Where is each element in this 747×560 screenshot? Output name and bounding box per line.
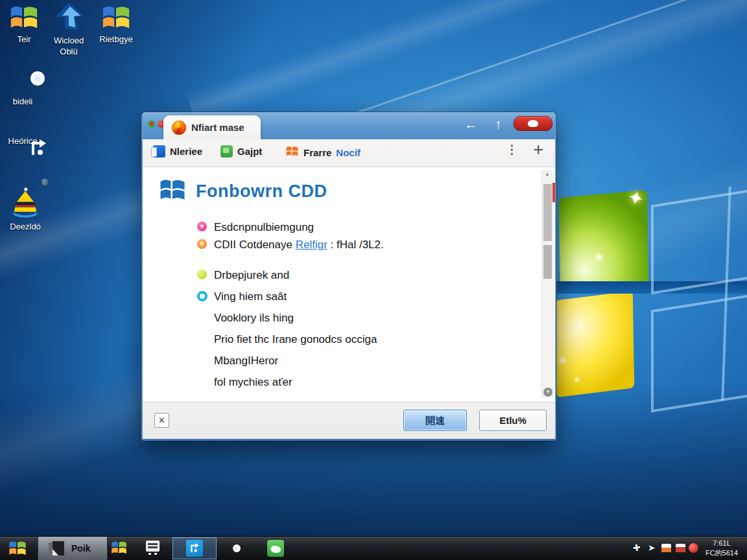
desktop-icon-heorice[interactable]: Heórice bbox=[0, 125, 51, 146]
blue-files-icon bbox=[153, 145, 165, 158]
taskbar-app-poik[interactable]: Poik bbox=[38, 537, 108, 560]
sparkle-icon: ✻ bbox=[595, 251, 603, 264]
desktop-icon-label: Deezldó bbox=[0, 222, 53, 231]
desktop-icon-deezldo[interactable]: ® Deezldó bbox=[0, 186, 53, 231]
cyan-ring-icon bbox=[197, 291, 208, 301]
scroll-down-icon[interactable]: ▼ bbox=[543, 388, 552, 397]
windows-flag-icon bbox=[8, 4, 40, 31]
back-arrow-icon[interactable]: ← bbox=[464, 117, 478, 132]
windows-flag-blue-icon bbox=[158, 178, 187, 205]
browser-logo-icon bbox=[172, 121, 186, 135]
green-app-icon bbox=[220, 145, 233, 158]
desktop-icon-label: bideli bbox=[0, 97, 51, 106]
bookmark-item-gajpt[interactable]: Gajpt bbox=[220, 145, 262, 158]
pink-dot-icon: ♥ bbox=[197, 222, 207, 231]
window-titlebar[interactable]: Nfiart mase ← ↑ bbox=[143, 112, 555, 139]
taskbar-green-app-icon[interactable] bbox=[267, 540, 284, 557]
sparkle-icon: ✻ bbox=[575, 376, 580, 383]
app-window: Nfiart mase ← ↑ Nleriee Gajpt bbox=[141, 112, 556, 441]
overflow-menu-icon[interactable]: ⋮ bbox=[506, 142, 518, 157]
list-item-text: CDII Cotdenaye bbox=[214, 239, 296, 251]
list-item: Ving hiem saât bbox=[214, 289, 287, 305]
blue-square-arrow-icon bbox=[186, 540, 203, 557]
desktop-icon-label2: Oblü bbox=[41, 47, 97, 56]
clock-time: 7:61L bbox=[700, 539, 744, 548]
bookmark-label-accent: Nocif bbox=[336, 147, 361, 158]
page-content: Fonbowrn CDD ♥ Esdcnpnulbiemgung ✻ CDII … bbox=[143, 167, 555, 402]
wallpaper-window-outline bbox=[651, 289, 747, 413]
dialog-footer: ✕ 開速 Etlu% bbox=[143, 402, 555, 439]
list-item-link[interactable]: Relfigr bbox=[296, 239, 327, 251]
orange-dot-icon: ✻ bbox=[197, 239, 207, 249]
list-item: CDII Cotdenaye Relfigr : fHal /3L2. bbox=[214, 237, 384, 253]
tray-red-panel-icon[interactable] bbox=[676, 544, 685, 552]
list-item: Esdcnpnulbiemgung bbox=[214, 220, 314, 235]
list-item: Drbepjurek and bbox=[214, 268, 289, 283]
scroll-up-icon[interactable]: ▲ bbox=[545, 171, 550, 177]
tray-flag-icon[interactable]: ➤ bbox=[648, 542, 656, 553]
registered-badge: ® bbox=[42, 178, 47, 187]
tab-title: Nfiart mase bbox=[191, 122, 244, 133]
list-item-text: : fHal /3L2. bbox=[327, 239, 384, 251]
tray-red-circle-icon[interactable] bbox=[689, 543, 698, 553]
bookmark-label: Nleriee bbox=[170, 146, 202, 157]
list-item: Vooklory ils hing bbox=[214, 310, 294, 326]
desktop-icon-rietbgye[interactable]: Rietbgye bbox=[88, 4, 144, 44]
taskbar-windows-icon[interactable] bbox=[110, 540, 128, 558]
lime-dot-icon bbox=[197, 270, 207, 279]
taskbar-app-label: Poik bbox=[71, 543, 91, 554]
page-title: Fonbowrn CDD bbox=[196, 181, 327, 202]
add-tab-icon[interactable]: + bbox=[533, 139, 543, 160]
window-light-green[interactable] bbox=[148, 121, 155, 128]
page-heading: Fonbowrn CDD bbox=[158, 178, 327, 205]
list-item: fol mychies aťer bbox=[214, 375, 292, 390]
tray-orange-panel-icon[interactable] bbox=[661, 544, 671, 552]
dark-box-icon bbox=[49, 541, 65, 555]
scrollbar[interactable]: ▲ ▼ bbox=[541, 170, 554, 398]
bookmarks-toolbar: Nleriee Gajpt Frarre Nocif ⋮ + bbox=[143, 139, 555, 167]
primary-button[interactable]: 開速 bbox=[403, 410, 467, 431]
bookmark-item-frarre-nocif[interactable]: Frarre Nocif bbox=[285, 145, 361, 159]
blue-arrow-icon bbox=[52, 1, 86, 34]
bookmark-item-nleriee[interactable]: Nleriee bbox=[153, 145, 202, 158]
scrollbar-marker bbox=[552, 183, 555, 202]
list-item: MbangIHeror bbox=[214, 353, 278, 369]
sparkle-icon: ❋ bbox=[559, 355, 567, 366]
browser-tab[interactable]: Nfiart mase bbox=[163, 115, 261, 139]
taskbar-active-app[interactable] bbox=[172, 537, 217, 559]
tray-plus-icon[interactable]: ✚ bbox=[632, 542, 641, 553]
dismiss-button[interactable]: ✕ bbox=[154, 413, 169, 428]
scrollbar-thumb[interactable] bbox=[543, 245, 552, 279]
desktop-icon-label: Rietbgye bbox=[88, 34, 144, 44]
up-arrow-icon[interactable]: ↑ bbox=[495, 117, 502, 132]
taskbar-monitor-icon[interactable] bbox=[144, 540, 161, 559]
scrollbar-thumb[interactable] bbox=[543, 184, 552, 241]
orange-windows-icon bbox=[285, 145, 299, 159]
windows-flag-icon bbox=[101, 4, 132, 31]
close-button[interactable] bbox=[514, 116, 552, 131]
taskbar-clock[interactable]: 7:61L FC的5614 bbox=[700, 539, 744, 558]
list-item: Prio fiet thc Irane gonodcs occiga bbox=[214, 332, 377, 347]
bookmark-label: Gajpt bbox=[237, 146, 262, 157]
wallpaper-yellow-pane bbox=[555, 291, 635, 397]
taskbar: Poik bbox=[0, 536, 747, 560]
close-glyph-icon bbox=[528, 120, 538, 127]
bookmark-label: Frarre bbox=[303, 147, 331, 158]
desktop-icon-bideli[interactable]: bideli bbox=[0, 64, 51, 106]
start-button[interactable] bbox=[8, 540, 27, 559]
yellow-sail-icon: ® bbox=[8, 186, 42, 220]
color-swirl-icon bbox=[8, 64, 38, 93]
clock-date: FC的5614 bbox=[700, 548, 744, 558]
desktop: ✦ ✻ ❋ ✻ Teir Wicloed Oblü bbox=[0, 0, 747, 560]
secondary-button[interactable]: Etlu% bbox=[479, 410, 547, 431]
